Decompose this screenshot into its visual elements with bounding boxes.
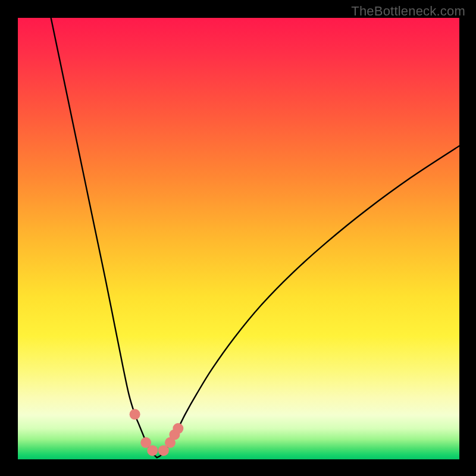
highlight-point xyxy=(130,409,140,419)
highlight-point xyxy=(147,445,158,456)
highlight-point xyxy=(173,423,183,434)
bottleneck-curve xyxy=(51,18,459,458)
curves-layer xyxy=(18,18,459,459)
highlight-points xyxy=(130,409,184,456)
plot-area xyxy=(18,18,459,459)
watermark-text: TheBottleneck.com xyxy=(351,4,465,19)
curve-left-branch xyxy=(51,18,157,458)
curve-right-branch xyxy=(157,146,459,458)
chart-stage: TheBottleneck.com xyxy=(0,0,476,476)
